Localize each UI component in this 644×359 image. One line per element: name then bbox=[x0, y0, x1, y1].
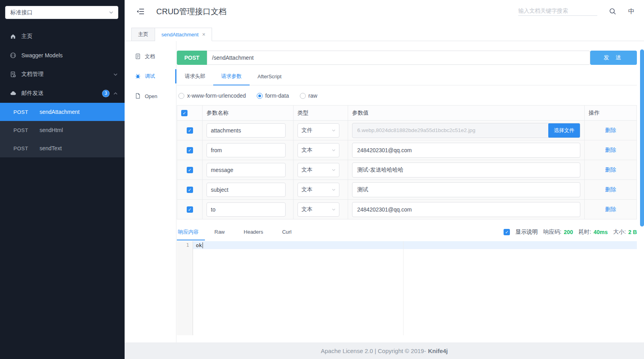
tab-sendattachment[interactable]: sendAttachment × bbox=[155, 28, 212, 41]
swagger-icon bbox=[9, 52, 17, 59]
chevron-down-icon bbox=[332, 189, 335, 191]
tab-afterscript[interactable]: AfterScript bbox=[250, 68, 290, 85]
time-cost-label: 耗时: bbox=[579, 229, 591, 236]
delete-row-link[interactable]: 删除 bbox=[605, 166, 616, 173]
param-type-select[interactable]: 文本 bbox=[297, 163, 339, 177]
select-all-checkbox[interactable]: ✓ bbox=[181, 110, 188, 116]
close-tab-icon[interactable]: × bbox=[202, 31, 205, 38]
footer-text: Apache License 2.0 | Copyright © 2019- bbox=[321, 348, 426, 354]
param-name-input[interactable] bbox=[206, 163, 286, 177]
vertical-scrollbar[interactable] bbox=[640, 49, 644, 227]
sidebar-item-doc-manage[interactable]: 文档管理 bbox=[0, 65, 125, 84]
sidebar-item-mail-send[interactable]: 邮件发送 3 bbox=[0, 84, 125, 103]
send-button[interactable]: 发 送 bbox=[590, 51, 637, 65]
response-body-editor[interactable]: 1 ok bbox=[177, 241, 637, 335]
param-value-input[interactable] bbox=[352, 162, 580, 178]
table-row: ✓ 文本 删除 bbox=[177, 200, 637, 219]
radio-icon bbox=[178, 93, 184, 99]
content-area: 文档 调试 Open POST bbox=[125, 41, 644, 342]
response-body-text: ok bbox=[196, 242, 202, 248]
row-checkbox[interactable]: ✓ bbox=[187, 206, 193, 213]
size-label: 大小: bbox=[613, 229, 626, 236]
param-type-select[interactable]: 文件 bbox=[297, 123, 339, 138]
tab-home[interactable]: 主页 bbox=[131, 28, 155, 41]
doc-nav-item-open[interactable]: Open bbox=[125, 86, 176, 106]
show-description-checkbox[interactable]: ✓ bbox=[504, 229, 510, 235]
chevron-down-icon bbox=[109, 11, 113, 14]
status-code-label: 响应码: bbox=[543, 229, 561, 236]
search-input[interactable] bbox=[518, 8, 597, 14]
search-icon[interactable] bbox=[609, 8, 616, 15]
sidebar-item-label: 邮件发送 bbox=[21, 90, 44, 97]
param-value-input[interactable] bbox=[352, 182, 580, 197]
request-tabs: 请求头部 请求参数 AfterScript bbox=[177, 68, 637, 85]
param-type-select[interactable]: 文本 bbox=[297, 183, 339, 197]
row-checkbox[interactable]: ✓ bbox=[187, 127, 193, 134]
response-meta: ✓ 显示说明 响应码: 200 耗时: 40ms 大小: 2 B bbox=[504, 229, 637, 236]
column-header: 类型 bbox=[294, 106, 348, 121]
collapse-menu-icon[interactable] bbox=[136, 7, 145, 16]
param-name-input[interactable] bbox=[206, 123, 286, 138]
sidebar-submenu: POST sendAttachment POST sendHtml POST s… bbox=[0, 103, 125, 157]
param-name-input[interactable] bbox=[206, 202, 286, 217]
http-method-badge: POST bbox=[177, 51, 207, 65]
chevron-down-icon bbox=[332, 149, 335, 151]
param-table-header-row: ✓ 参数名称 类型 参数值 操作 bbox=[177, 106, 637, 121]
doc-nav: 文档 调试 Open bbox=[125, 41, 176, 342]
tab-raw[interactable]: Raw bbox=[205, 224, 234, 240]
tab-response-content[interactable]: 响应内容 bbox=[177, 224, 205, 240]
row-checkbox[interactable]: ✓ bbox=[187, 167, 193, 173]
sidebar-item-sendattachment[interactable]: POST sendAttachment bbox=[0, 103, 125, 121]
param-value-input[interactable] bbox=[352, 202, 580, 217]
param-table: ✓ 参数名称 类型 参数值 操作 ✓ 文件 bbox=[177, 105, 637, 219]
sidebar-item-sendtext[interactable]: POST sendText bbox=[0, 139, 125, 157]
table-row: ✓ 文本 删除 bbox=[177, 160, 637, 180]
operation-name: sendAttachment bbox=[40, 109, 80, 115]
radio-icon bbox=[257, 93, 263, 99]
page-title: CRUD管理接口文档 bbox=[156, 6, 227, 17]
radio-raw[interactable]: raw bbox=[300, 93, 318, 99]
radio-form-data[interactable]: form-data bbox=[257, 93, 289, 99]
request-path-input[interactable] bbox=[207, 51, 590, 65]
operation-count-badge: 3 bbox=[102, 90, 110, 97]
tab-request-headers[interactable]: 请求头部 bbox=[177, 68, 213, 85]
row-checkbox[interactable]: ✓ bbox=[187, 147, 193, 153]
row-checkbox[interactable]: ✓ bbox=[187, 187, 193, 193]
param-name-input[interactable] bbox=[206, 143, 286, 157]
response-tabs-row: 响应内容 Raw Headers Curl ✓ 显示说明 响应码: 200 耗时… bbox=[177, 224, 637, 240]
tab-label: 主页 bbox=[138, 31, 148, 38]
delete-row-link[interactable]: 删除 bbox=[605, 147, 616, 153]
tab-curl[interactable]: Curl bbox=[273, 224, 301, 240]
editor-active-line: ok bbox=[193, 241, 637, 249]
page-footer: Apache License 2.0 | Copyright © 2019- K… bbox=[125, 342, 644, 359]
table-row: ✓ 文本 删除 bbox=[177, 140, 637, 160]
delete-row-link[interactable]: 删除 bbox=[605, 127, 616, 133]
doc-nav-item-doc[interactable]: 文档 bbox=[125, 47, 176, 66]
param-type-value: 文本 bbox=[301, 206, 313, 213]
tab-request-params[interactable]: 请求参数 bbox=[213, 68, 250, 85]
chevron-down-icon bbox=[332, 208, 335, 211]
sidebar-item-sendhtml[interactable]: POST sendHtml bbox=[0, 121, 125, 139]
param-type-select[interactable]: 文本 bbox=[297, 202, 339, 217]
size-value: 2 B bbox=[628, 229, 637, 235]
api-group-select[interactable]: 标准接口 bbox=[5, 6, 118, 19]
delete-row-link[interactable]: 删除 bbox=[605, 186, 616, 193]
choose-file-button[interactable]: 选择文件 bbox=[548, 123, 580, 138]
top-header: CRUD管理接口文档 中 bbox=[125, 0, 644, 23]
tab-headers[interactable]: Headers bbox=[234, 224, 273, 240]
doc-search-box bbox=[518, 8, 597, 16]
sidebar-item-home[interactable]: 主页 bbox=[0, 27, 125, 46]
sidebar-item-swagger-models[interactable]: Swagger Models bbox=[0, 46, 125, 65]
table-row: ✓ 文本 删除 bbox=[177, 180, 637, 200]
time-cost-value: 40ms bbox=[594, 229, 608, 235]
param-value-input[interactable] bbox=[352, 143, 580, 158]
doc-nav-item-debug[interactable]: 调试 bbox=[125, 66, 176, 86]
param-name-input[interactable] bbox=[206, 183, 286, 197]
editor-code-area[interactable]: ok bbox=[193, 241, 637, 335]
table-row: ✓ 文件 6.webp,8024dc81882bde29a55d1bcbc2c5… bbox=[177, 121, 637, 140]
delete-row-link[interactable]: 删除 bbox=[605, 206, 616, 212]
param-type-select[interactable]: 文本 bbox=[297, 143, 339, 157]
language-toggle[interactable]: 中 bbox=[628, 8, 635, 16]
radio-x-www-form-urlencoded[interactable]: x-www-form-urlencoded bbox=[178, 93, 246, 99]
param-type-value: 文本 bbox=[301, 166, 313, 174]
